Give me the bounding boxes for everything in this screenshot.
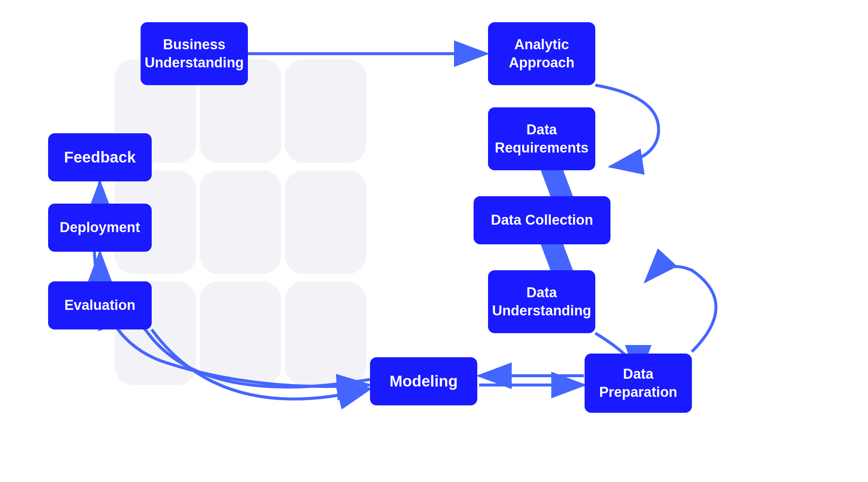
modeling-label: Modeling [390, 371, 458, 392]
evaluation-box: Evaluation [48, 281, 152, 329]
analytic-approach-box: AnalyticApproach [488, 22, 595, 85]
feedback-label: Feedback [64, 147, 136, 168]
svg-rect-2 [285, 59, 366, 163]
svg-rect-8 [285, 281, 366, 385]
business-understanding-label: Business Understanding [141, 36, 248, 72]
modeling-box: Modeling [370, 357, 477, 405]
feedback-box: Feedback [48, 133, 152, 181]
data-collection-label: Data Collection [491, 211, 593, 229]
data-requirements-label: DataRequirements [495, 121, 588, 157]
evaluation-label: Evaluation [64, 296, 135, 314]
svg-rect-4 [200, 170, 281, 274]
data-collection-box: Data Collection [474, 196, 610, 244]
data-understanding-box: DataUnderstanding [488, 270, 595, 333]
data-understanding-label: DataUnderstanding [492, 284, 591, 320]
svg-rect-5 [285, 170, 366, 274]
svg-rect-7 [200, 281, 281, 385]
analytic-approach-label: AnalyticApproach [509, 36, 574, 72]
diagram-container: Business Understanding AnalyticApproach … [0, 0, 868, 482]
deployment-box: Deployment [48, 204, 152, 252]
deployment-label: Deployment [60, 218, 140, 237]
business-understanding-box: Business Understanding [141, 22, 248, 85]
data-preparation-label: DataPreparation [599, 365, 677, 402]
data-preparation-box: DataPreparation [585, 354, 692, 413]
data-requirements-box: DataRequirements [488, 107, 595, 170]
